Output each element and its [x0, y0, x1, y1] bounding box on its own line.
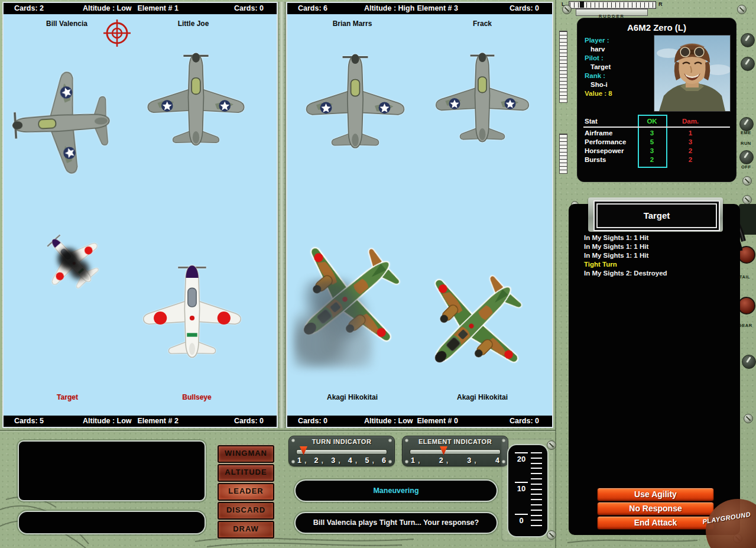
status-bar-bottom-left: Cards: 5 Altitude : Low Element # 2 Card…	[4, 416, 277, 427]
no-response-button[interactable]: No Response	[597, 502, 714, 515]
indicator-groove	[296, 449, 387, 455]
discard-button[interactable]: DISCARD	[218, 502, 274, 520]
turn-numbers: 1 2 3 4 5 6	[297, 456, 386, 465]
player-value: harv	[585, 45, 612, 54]
rudder-scale	[569, 1, 656, 9]
side-gauge	[559, 31, 567, 103]
cards-count: Cards: 0	[298, 416, 327, 427]
element-number: 3	[467, 456, 476, 465]
ok-column-header: OK	[639, 118, 665, 125]
stat-row-bursts: Bursts 2 2	[585, 156, 730, 165]
aircraft-title: A6M2 Zero (L)	[577, 22, 736, 33]
altitude-status: Altitude : High	[364, 3, 414, 14]
off-label: OFF	[741, 164, 756, 170]
hand-card-area[interactable]	[18, 440, 206, 501]
altitude-tick-10: 10	[514, 482, 529, 493]
stat-column-header: Stat	[585, 118, 598, 125]
target-title: Target	[596, 203, 717, 228]
dogfight-area-right: Cards: 6 Altitude : High Element # 3 Car…	[286, 2, 553, 428]
cards-count: Cards: 0	[234, 416, 264, 427]
element-number: Element # 1	[137, 3, 178, 14]
end-attack-button[interactable]: End Attack	[597, 516, 714, 530]
tail-label: TAIL	[739, 274, 756, 280]
screw-icon	[547, 440, 556, 450]
plane-little-joe[interactable]	[138, 49, 254, 164]
plane-name-little-joe: Little Joe	[137, 20, 249, 28]
element-number: Element # 2	[137, 416, 178, 427]
rank-value: Sho-i	[585, 80, 612, 89]
plane-brian-marrs[interactable]	[297, 50, 414, 167]
pilot-value: Target	[585, 63, 612, 72]
plane-bullseye-zero[interactable]	[136, 262, 248, 374]
table-divider	[583, 127, 730, 128]
log-entry: In My Sights 2: Destroyed	[584, 270, 732, 278]
turn-indicator-label: TURN INDICATOR	[289, 438, 394, 445]
phase-status-message: Maneuvering	[294, 479, 498, 502]
pilot-label: Pilot :	[585, 54, 612, 63]
altitude-button[interactable]: ALTITUDE	[218, 464, 274, 482]
rudder-plate: RUDDER	[576, 9, 648, 16]
rudder-right-label: R	[658, 1, 663, 7]
element-number: Element # 3	[417, 3, 458, 14]
wingman-button[interactable]: WINGMAN	[218, 445, 274, 463]
use-agility-button[interactable]: Use Agility	[597, 488, 714, 501]
draw-button[interactable]: DRAW	[218, 521, 274, 539]
game-screen: Cards: 2 Altitude : Low Element # 1 Card…	[0, 0, 756, 548]
plane-name-akagi-1: Akagi Hikokitai	[296, 393, 408, 401]
cards-count: Cards: 2	[14, 3, 44, 14]
leader-button[interactable]: LEADER	[218, 483, 274, 501]
altitude-tick-marks	[531, 452, 542, 529]
plane-akagi-bomber-1[interactable]	[287, 234, 411, 358]
element-number: 2	[439, 456, 448, 465]
element-number: Element # 0	[417, 416, 458, 427]
panel-divider	[278, 2, 286, 428]
element-numbers: 1 2 3 4	[411, 456, 499, 465]
screw-icon	[744, 414, 753, 423]
altitude-status: Altitude : Low	[83, 416, 132, 427]
turn-number: 2	[314, 456, 323, 465]
emergency-label: EME	[741, 130, 756, 135]
plane-target-zero[interactable]	[40, 229, 108, 297]
screw-icon	[742, 195, 752, 205]
element-indicator: ELEMENT INDICATOR 1 2 3 4	[402, 436, 508, 466]
panel-seam	[555, 0, 556, 548]
gear-label: GEAR	[738, 323, 756, 328]
altitude-tick-20: 20	[514, 452, 529, 463]
log-entry: In My Sights 1: 1 Hit	[584, 243, 732, 252]
dogfight-area-left: Cards: 2 Altitude : Low Element # 1 Card…	[2, 2, 278, 428]
turn-number: 3	[331, 456, 340, 465]
stat-row-airframe: Airframe 3 1	[585, 129, 730, 138]
run-label: RUN	[741, 141, 756, 146]
target-title-box: Target	[593, 200, 720, 231]
plane-frack[interactable]	[427, 49, 538, 160]
toggle-knob-icon	[739, 117, 754, 131]
plane-name-bullseye: Bullseye	[141, 393, 253, 401]
element-number: 4	[495, 456, 499, 465]
stat-row-performance: Performance 5 3	[585, 138, 730, 147]
turn-number: 5	[365, 456, 374, 465]
cards-count: Cards: 5	[14, 416, 44, 427]
turn-number: 6	[382, 456, 386, 465]
plane-akagi-bomber-2[interactable]	[416, 263, 534, 381]
log-entry-highlight: Tight Turn	[584, 261, 732, 270]
element-indicator-label: ELEMENT INDICATOR	[403, 438, 508, 445]
tail-dial-icon	[738, 246, 755, 264]
edge-bracket	[739, 204, 756, 235]
value-label: Value : 8	[585, 89, 612, 98]
log-entry: In My Sights 1: 1 Hit	[584, 234, 732, 243]
response-prompt-message: Bill Valencia plays Tight Turn... Your r…	[294, 512, 498, 534]
plane-name-target: Target	[11, 393, 124, 401]
cards-count: Cards: 6	[298, 3, 327, 14]
plane-name-frack: Frack	[429, 20, 536, 28]
altitude-gauge: 20 10 0	[507, 444, 549, 537]
log-entry: In My Sights 1: 1 Hit	[584, 252, 732, 261]
status-bar-top-left: Cards: 2 Altitude : Low Element # 1 Card…	[4, 3, 277, 14]
plane-bill-valencia[interactable]	[8, 62, 129, 183]
toggle-knob-icon	[739, 150, 754, 164]
element-number: 1	[411, 456, 420, 465]
panel-seam	[0, 430, 556, 431]
status-bar-top-right: Cards: 6 Altitude : High Element # 3 Car…	[287, 3, 552, 14]
plane-name-brian-marrs: Brian Marrs	[296, 20, 408, 28]
altitude-status: Altitude : Low	[83, 3, 132, 14]
toggle-knob-icon	[741, 57, 755, 71]
